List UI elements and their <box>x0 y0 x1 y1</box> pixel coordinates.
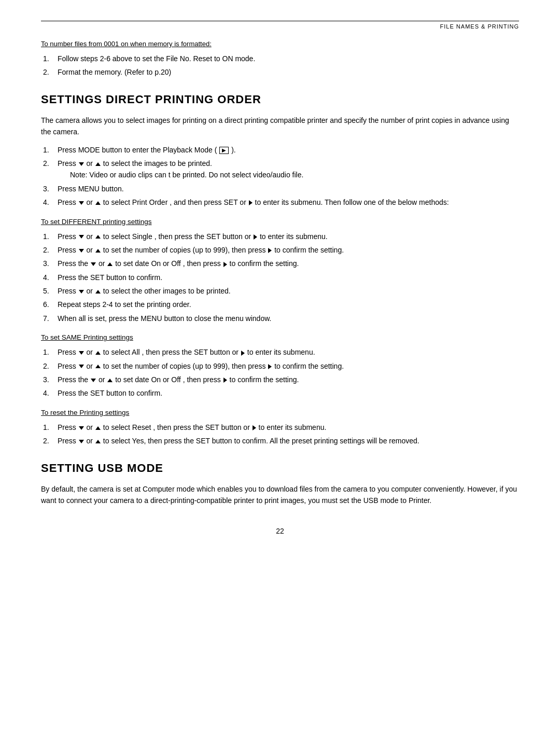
different-printing-subsection: To set DIFFERENT printing settings Press… <box>41 218 519 325</box>
right-arrow-icon <box>241 351 245 356</box>
reset-printing-list: Press or to select Reset , then press th… <box>41 422 519 447</box>
right-arrow-icon <box>268 364 272 369</box>
list-item: Press or to set the number of copies (up… <box>53 360 519 372</box>
up-arrow-icon <box>95 162 101 166</box>
list-item: Press or to select Reset , then press th… <box>53 422 519 433</box>
file-numbering-heading: To number files from 0001 on when memory… <box>41 40 519 48</box>
same-printing-heading: To set SAME Printing settings <box>41 333 519 341</box>
header: FILE NAMES & PRINTING <box>41 21 519 30</box>
section1-title: SETTINGS DIRECT PRINTING ORDER <box>41 93 519 106</box>
list-item: Press or to select the other images to b… <box>53 285 519 297</box>
list-item: When all is set, press the MENU button t… <box>53 313 519 324</box>
up-arrow-icon <box>95 426 101 430</box>
section2-intro: By default, the camera is set at Compute… <box>41 483 519 507</box>
down-arrow-icon <box>79 249 84 253</box>
right-arrow-icon <box>254 234 257 240</box>
down-arrow-icon <box>79 365 84 368</box>
list-item: Press the or to set date On or Off , the… <box>53 258 519 269</box>
list-item: Press MODE button to enter the Playback … <box>53 144 519 156</box>
list-item: Format the memory. (Refer to p.20) <box>53 66 519 78</box>
same-printing-list: Press or to select All , then press the … <box>41 346 519 399</box>
up-arrow-icon <box>95 365 101 368</box>
list-item: Press or to select Print Order , and the… <box>53 197 519 208</box>
list-item: Press MENU button. <box>53 183 519 194</box>
down-arrow-icon <box>79 351 84 355</box>
file-numbering-section: To number files from 0001 on when memory… <box>41 40 519 78</box>
printing-order-section: SETTINGS DIRECT PRINTING ORDER The camer… <box>41 93 519 447</box>
list-item: Press or to select All , then press the … <box>53 346 519 358</box>
list-item: Press or to select Single , then press t… <box>53 231 519 242</box>
page: FILE NAMES & PRINTING To number files fr… <box>0 0 560 754</box>
up-arrow-icon <box>95 201 101 205</box>
down-arrow-icon <box>79 235 84 239</box>
up-arrow-icon <box>95 249 101 253</box>
header-title: FILE NAMES & PRINTING <box>440 23 519 30</box>
up-arrow-icon <box>95 440 101 443</box>
list-item: Press or to set the number of copies (up… <box>53 244 519 256</box>
down-arrow-icon <box>91 379 96 382</box>
file-numbering-list: Follow steps 2-6 above to set the File N… <box>41 53 519 78</box>
section2-title: SETTING USB MODE <box>41 462 519 475</box>
reset-printing-subsection: To reset the Printing settings Press or … <box>41 409 519 447</box>
up-arrow-icon <box>95 351 101 355</box>
right-arrow-icon <box>249 200 253 205</box>
right-arrow-icon <box>223 262 227 267</box>
down-arrow-icon <box>79 201 84 205</box>
list-item: Press the or to set date On or Off , the… <box>53 374 519 385</box>
up-arrow-icon <box>95 290 101 294</box>
down-arrow-icon <box>79 162 84 166</box>
list-item: Repeat steps 2-4 to set the printing ord… <box>53 299 519 310</box>
list-item: Press the SET button to confirm. <box>53 272 519 283</box>
list-item: Press or to select the images to be prin… <box>53 158 519 181</box>
up-arrow-icon <box>95 235 101 239</box>
down-arrow-icon <box>79 426 84 430</box>
section1-intro: The camera allows you to select images f… <box>41 115 519 138</box>
main-steps-list: Press MODE button to enter the Playback … <box>41 144 519 208</box>
playback-icon: ▶ <box>219 147 229 154</box>
note-text: Note: Video or audio clips can t be prin… <box>58 169 519 180</box>
up-arrow-icon <box>107 262 113 266</box>
same-printing-subsection: To set SAME Printing settings Press or t… <box>41 333 519 399</box>
reset-printing-heading: To reset the Printing settings <box>41 409 519 416</box>
down-arrow-icon <box>79 440 84 443</box>
down-arrow-icon <box>91 262 96 266</box>
different-printing-list: Press or to select Single , then press t… <box>41 231 519 325</box>
down-arrow-icon <box>79 290 84 294</box>
usb-mode-section: SETTING USB MODE By default, the camera … <box>41 462 519 507</box>
list-item: Follow steps 2-6 above to set the File N… <box>53 53 519 64</box>
page-number: 22 <box>41 527 519 535</box>
list-item: Press or to select Yes, then press the S… <box>53 435 519 446</box>
up-arrow-icon <box>107 379 113 382</box>
right-arrow-icon <box>253 425 256 430</box>
list-item: Press the SET button to confirm. <box>53 387 519 399</box>
right-arrow-icon <box>223 378 227 383</box>
different-printing-heading: To set DIFFERENT printing settings <box>41 218 519 226</box>
right-arrow-icon <box>268 248 272 253</box>
